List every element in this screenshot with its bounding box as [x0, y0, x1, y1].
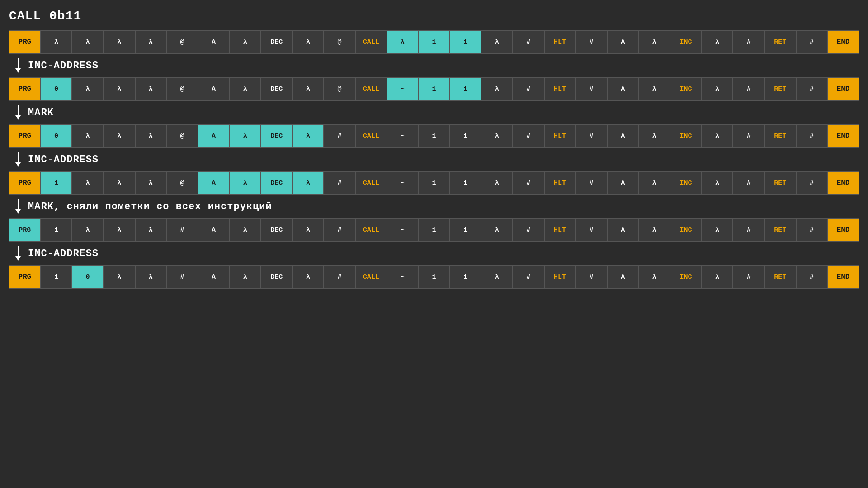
cell-r4-c21: INC — [670, 171, 702, 195]
cell-r3-c16: # — [513, 124, 544, 148]
cell-r2-c14: 1 — [450, 77, 481, 101]
cell-r1-c0: PRG — [9, 30, 41, 54]
arrow-label-2: MARK — [14, 105, 859, 120]
cell-r3-c12: ~ — [387, 124, 419, 148]
cell-r3-c22: λ — [702, 124, 733, 148]
cell-r2-c1: 0 — [41, 77, 72, 101]
cell-r2-c21: INC — [670, 77, 702, 101]
tape-row-6: PRG10λλ#AλDECλ#CALL~11λ#HLT#AλINCλ#RET#E… — [9, 265, 859, 289]
cell-r6-c7: λ — [229, 265, 261, 289]
cell-r1-c10: @ — [324, 30, 355, 54]
cell-r4-c18: # — [576, 171, 607, 195]
cell-r6-c2: 0 — [72, 265, 104, 289]
cell-r5-c25: # — [796, 218, 828, 242]
cell-r4-c13: 1 — [418, 171, 450, 195]
cell-r6-c0: PRG — [9, 265, 41, 289]
arrow-icon-1 — [14, 58, 23, 73]
cell-r5-c0: PRG — [9, 218, 41, 242]
cell-r1-c24: RET — [764, 30, 796, 54]
cell-r1-c8: DEC — [261, 30, 292, 54]
cell-r1-c13: 1 — [418, 30, 450, 54]
cell-r2-c11: CALL — [355, 77, 387, 101]
cell-r2-c19: A — [607, 77, 639, 101]
tape-row-1: PRGλλλλ@AλDECλ@CALLλ11λ#HLT#AλINCλ#RET#E… — [9, 30, 859, 54]
arrow-label-3: INC-ADDRESS — [14, 152, 859, 167]
label-inc-address-3: INC-ADDRESS — [28, 248, 99, 259]
arrow-icon-3 — [14, 152, 23, 167]
cell-r6-c12: ~ — [387, 265, 419, 289]
cell-r4-c25: # — [796, 171, 828, 195]
cell-r2-c20: λ — [639, 77, 670, 101]
cell-r4-c7: λ — [229, 171, 261, 195]
cell-r3-c25: # — [796, 124, 828, 148]
cell-r1-c15: λ — [481, 30, 513, 54]
cell-r4-c3: λ — [104, 171, 135, 195]
cell-r5-c11: CALL — [355, 218, 387, 242]
cell-r2-c24: RET — [764, 77, 796, 101]
cell-r3-c7: λ — [229, 124, 261, 148]
cell-r2-c18: # — [576, 77, 607, 101]
cell-r5-c14: 1 — [450, 218, 481, 242]
cell-r5-c20: λ — [639, 218, 670, 242]
tape-row-5: PRG1λλλ#AλDECλ#CALL~11λ#HLT#AλINCλ#RET#E… — [9, 218, 859, 242]
cell-r5-c4: λ — [135, 218, 167, 242]
label-mark-1: MARK — [28, 107, 54, 118]
tape-row-3: PRG0λλλ@AλDECλ#CALL~11λ#HLT#AλINCλ#RET#E… — [9, 124, 859, 148]
cell-r2-c17: HLT — [544, 77, 576, 101]
cell-r3-c0: PRG — [9, 124, 41, 148]
cell-r2-c22: λ — [702, 77, 733, 101]
cell-r1-c1: λ — [41, 30, 72, 54]
cell-r1-c23: # — [733, 30, 764, 54]
cell-r3-c2: λ — [72, 124, 104, 148]
cell-r6-c26: END — [827, 265, 859, 289]
cell-r5-c24: RET — [764, 218, 796, 242]
cell-r5-c6: A — [198, 218, 230, 242]
cell-r3-c8: DEC — [261, 124, 292, 148]
cell-r2-c10: @ — [324, 77, 355, 101]
cell-r6-c16: # — [513, 265, 544, 289]
cell-r6-c20: λ — [639, 265, 670, 289]
cell-r6-c3: λ — [104, 265, 135, 289]
cell-r4-c20: λ — [639, 171, 670, 195]
cell-r4-c1: 1 — [41, 171, 72, 195]
arrow-label-4: MARK, сняли пометки со всех инструкций — [14, 199, 859, 214]
cell-r6-c10: # — [324, 265, 355, 289]
cell-r6-c24: RET — [764, 265, 796, 289]
arrow-icon-5 — [14, 246, 23, 261]
arrow-label-1: INC-ADDRESS — [14, 58, 859, 73]
cell-r1-c17: HLT — [544, 30, 576, 54]
cell-r5-c9: λ — [292, 218, 324, 242]
cell-r6-c22: λ — [702, 265, 733, 289]
cell-r6-c15: λ — [481, 265, 513, 289]
cell-r2-c0: PRG — [9, 77, 41, 101]
cell-r5-c5: # — [166, 218, 198, 242]
cell-r6-c1: 1 — [41, 265, 72, 289]
cell-r1-c14: 1 — [450, 30, 481, 54]
cell-r5-c12: ~ — [387, 218, 419, 242]
cell-r2-c15: λ — [481, 77, 513, 101]
cell-r4-c14: 1 — [450, 171, 481, 195]
cell-r4-c17: HLT — [544, 171, 576, 195]
cell-r2-c7: λ — [229, 77, 261, 101]
cell-r2-c3: λ — [104, 77, 135, 101]
label-mark-all: MARK, сняли пометки со всех инструкций — [28, 201, 272, 212]
cell-r4-c5: @ — [166, 171, 198, 195]
cell-r3-c9: λ — [292, 124, 324, 148]
cell-r2-c16: # — [513, 77, 544, 101]
cell-r4-c2: λ — [72, 171, 104, 195]
cell-r6-c21: INC — [670, 265, 702, 289]
cell-r2-c9: λ — [292, 77, 324, 101]
cell-r4-c4: λ — [135, 171, 167, 195]
cell-r1-c11: CALL — [355, 30, 387, 54]
cell-r3-c20: λ — [639, 124, 670, 148]
cell-r6-c6: A — [198, 265, 230, 289]
cell-r4-c16: # — [513, 171, 544, 195]
cell-r4-c23: # — [733, 171, 764, 195]
cell-r2-c26: END — [827, 77, 859, 101]
cell-r5-c16: # — [513, 218, 544, 242]
cell-r1-c20: λ — [639, 30, 670, 54]
cell-r1-c16: # — [513, 30, 544, 54]
cell-r3-c4: λ — [135, 124, 167, 148]
cell-r5-c1: 1 — [41, 218, 72, 242]
cell-r1-c5: @ — [166, 30, 198, 54]
